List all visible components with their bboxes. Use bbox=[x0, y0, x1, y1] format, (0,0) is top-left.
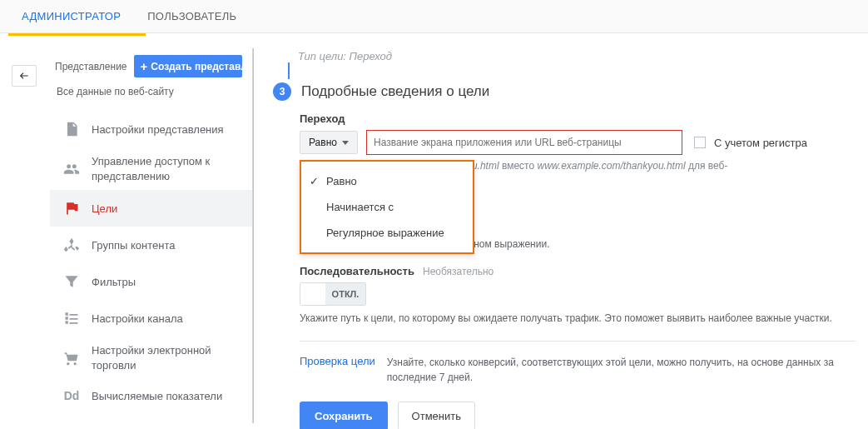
sidebar: Представление + Создать представл Все да… bbox=[50, 48, 253, 412]
network-icon bbox=[63, 237, 80, 253]
toggle-track bbox=[300, 283, 325, 305]
previous-step-summary: Тип цели: Переход bbox=[298, 50, 856, 62]
match-type-select[interactable]: Равно bbox=[300, 131, 358, 154]
form-actions: Сохранить Отменить bbox=[300, 402, 856, 429]
match-option-equals[interactable]: Равно bbox=[301, 168, 473, 194]
sidebar-nav: Настройки представления Управление досту… bbox=[50, 106, 253, 412]
sidebar-item-goals[interactable]: Цели bbox=[50, 190, 253, 227]
destination-row: Равно С учетом регистра Равно Начинается… bbox=[300, 130, 856, 155]
plus-icon: + bbox=[141, 60, 148, 72]
match-type-selected: Равно bbox=[309, 137, 337, 148]
sidebar-item-view-settings[interactable]: Настройки представления bbox=[50, 111, 253, 147]
destination-url-input[interactable] bbox=[366, 130, 682, 155]
back-button[interactable] bbox=[12, 65, 37, 87]
chevron-down-icon bbox=[342, 141, 349, 145]
arrow-left-icon bbox=[17, 70, 32, 82]
sidebar-item-label: Управление доступом к представлению bbox=[92, 154, 240, 183]
cart-icon bbox=[63, 350, 80, 367]
dd-icon: Dd bbox=[63, 389, 80, 402]
document-icon bbox=[63, 121, 80, 137]
create-view-label: Создать представл bbox=[151, 61, 241, 72]
match-option-begins-with[interactable]: Начинается с bbox=[301, 194, 473, 220]
funnel-icon bbox=[63, 273, 80, 290]
channel-icon bbox=[63, 310, 80, 327]
sidebar-item-channel-settings[interactable]: Настройки канала bbox=[50, 300, 253, 337]
sidebar-item-label: Настройки канала bbox=[92, 312, 183, 325]
sidebar-item-label: Группы контента bbox=[92, 239, 175, 252]
main-content: Тип цели: Переход 3 Подробные сведения о… bbox=[273, 48, 856, 429]
funnel-optional-label: Необязательно bbox=[423, 266, 494, 277]
flag-icon bbox=[63, 200, 80, 217]
sidebar-item-label: Фильтры bbox=[92, 276, 136, 288]
hint-example: www.example.com/thankyou.html bbox=[538, 160, 686, 172]
verify-row: Проверка цели Узнайте, сколько конверсий… bbox=[300, 355, 856, 385]
verify-goal-link[interactable]: Проверка цели bbox=[300, 355, 375, 367]
top-navigation: АДМИНИСТРАТОР ПОЛЬЗОВАТЕЛЬ bbox=[0, 0, 868, 33]
tab-administrator[interactable]: АДМИНИСТРАТОР bbox=[8, 0, 134, 33]
match-type-dropdown: Равно Начинается с Регулярное выражение bbox=[300, 160, 474, 254]
view-selector-row: Представление + Создать представл bbox=[50, 48, 253, 84]
destination-field-label: Переход bbox=[300, 112, 856, 125]
save-button[interactable]: Сохранить bbox=[300, 402, 388, 429]
step-number-badge: 3 bbox=[273, 82, 291, 101]
sidebar-item-ecommerce-settings[interactable]: Настройки электронной торговли bbox=[50, 337, 253, 379]
sidebar-item-label: Настройки представления bbox=[92, 123, 224, 136]
hint-text: для веб- bbox=[686, 160, 728, 172]
vertical-divider bbox=[252, 48, 254, 423]
horizontal-divider bbox=[300, 341, 856, 342]
verify-goal-description: Узнайте, сколько конверсий, соответствую… bbox=[387, 355, 856, 385]
create-view-button[interactable]: + Создать представл bbox=[134, 55, 242, 77]
active-tab-underline bbox=[8, 33, 146, 36]
step-connector bbox=[288, 62, 856, 79]
view-all-data-link[interactable]: Все данные по веб-сайту bbox=[50, 84, 253, 106]
step-title: Подробные сведения о цели bbox=[301, 83, 489, 100]
step-header: 3 Подробные сведения о цели bbox=[273, 82, 856, 101]
sidebar-item-label: Цели bbox=[92, 202, 117, 215]
sidebar-item-calculated-metrics[interactable]: Dd Вычисляемые показатели bbox=[50, 379, 253, 412]
case-sensitive-label: С учетом регистра bbox=[714, 137, 807, 149]
people-icon bbox=[63, 161, 80, 177]
cancel-button[interactable]: Отменить bbox=[398, 402, 475, 429]
tab-user[interactable]: ПОЛЬЗОВАТЕЛЬ bbox=[134, 0, 250, 33]
case-sensitive-checkbox[interactable] bbox=[694, 137, 706, 148]
sidebar-item-label: Вычисляемые показатели bbox=[92, 390, 222, 402]
view-label: Представление bbox=[55, 61, 127, 72]
sidebar-item-label: Настройки электронной торговли bbox=[92, 343, 240, 372]
sidebar-item-content-grouping[interactable]: Группы контента bbox=[50, 227, 253, 263]
sidebar-item-access-management[interactable]: Управление доступом к представлению bbox=[50, 147, 253, 190]
hint-text: вместо bbox=[499, 160, 538, 172]
funnel-description: Укажите путь к цели, по которому вы ожид… bbox=[300, 312, 856, 324]
match-option-regex[interactable]: Регулярное выражение bbox=[301, 220, 473, 246]
funnel-label: Последовательность bbox=[300, 265, 414, 277]
funnel-toggle[interactable]: ОТКЛ. bbox=[300, 282, 366, 306]
sidebar-item-filters[interactable]: Фильтры bbox=[50, 263, 253, 300]
toggle-off-label: ОТКЛ. bbox=[325, 283, 365, 305]
